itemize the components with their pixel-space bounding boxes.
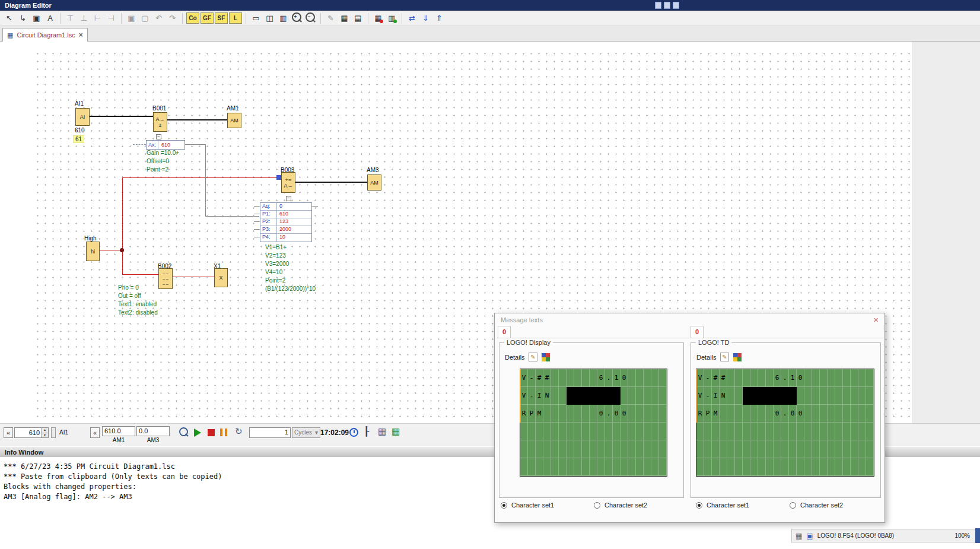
lcd-cell[interactable] [743, 440, 750, 458]
block-x1[interactable]: X [214, 268, 228, 287]
lcd-cell[interactable] [735, 423, 743, 440]
lcd-cell[interactable] [858, 458, 866, 476]
lcd-cell[interactable] [835, 440, 843, 458]
lcd-cell[interactable] [766, 440, 774, 458]
lcd-cell[interactable] [828, 423, 835, 440]
titlebar-icon-2[interactable] [664, 2, 670, 9]
probe-tool-icon[interactable] [178, 427, 190, 439]
lcd-cell[interactable] [582, 423, 590, 440]
lcd-cell[interactable] [582, 405, 590, 423]
lcd-cell[interactable]: P [528, 405, 536, 423]
display-edit-icon[interactable]: ✎ [529, 353, 537, 361]
lcd-cell[interactable] [797, 387, 804, 405]
lcd-cell[interactable] [636, 440, 644, 458]
lcd-cell[interactable] [528, 440, 536, 458]
lcd-cell[interactable] [804, 405, 812, 423]
lcd-cell[interactable] [551, 423, 559, 440]
lcd-cell[interactable] [797, 423, 804, 440]
select-tool-icon[interactable]: ↖ [3, 12, 15, 24]
b003-collapse-icon[interactable]: − [286, 196, 291, 201]
lcd-cell[interactable] [758, 458, 766, 476]
lcd-cell[interactable]: . [605, 405, 613, 423]
lcd-cell[interactable] [590, 369, 597, 387]
lcd-cell[interactable] [574, 369, 582, 387]
lcd-cell[interactable] [659, 423, 667, 440]
lcd-cell[interactable]: V [520, 369, 528, 387]
lcd-cell[interactable] [559, 423, 567, 440]
lcd-cell[interactable] [597, 423, 605, 440]
lcd-cell[interactable] [789, 423, 797, 440]
lcd-cell[interactable] [659, 440, 667, 458]
lcd-cell[interactable]: # [712, 369, 720, 387]
lcd-cell[interactable] [574, 440, 582, 458]
lcd-cell[interactable] [712, 423, 720, 440]
lcd-cell[interactable] [828, 387, 835, 405]
lcd-cell[interactable] [866, 423, 874, 440]
lcd-cell[interactable] [866, 440, 874, 458]
logic-button[interactable]: L [229, 12, 242, 24]
lcd-cell[interactable] [858, 369, 866, 387]
lcd-cell[interactable] [621, 440, 628, 458]
pause-simulation-icon[interactable] [220, 429, 227, 436]
lcd-cell[interactable]: # [543, 369, 551, 387]
block-am1[interactable]: AM [227, 113, 241, 128]
lcd-cell[interactable] [582, 458, 590, 476]
lcd-cell[interactable] [567, 423, 574, 440]
lcd-cell[interactable] [651, 458, 659, 476]
lcd-cell[interactable] [621, 387, 628, 405]
lcd-cell[interactable] [628, 369, 636, 387]
wire-b003-am3[interactable] [295, 182, 367, 183]
lcd-cell[interactable] [797, 458, 804, 476]
window-split3-icon[interactable]: ▥ [277, 12, 289, 24]
window-split2-icon[interactable]: ◫ [263, 12, 276, 24]
lcd-cell[interactable] [727, 458, 735, 476]
cycles-input[interactable]: 1 [249, 427, 291, 438]
radio-character-set2-td[interactable] [790, 502, 796, 509]
lcd-cell[interactable] [828, 440, 835, 458]
lcd-cell[interactable]: . [781, 369, 789, 387]
td-charset1-option[interactable]: Character set1 [696, 502, 749, 509]
lcd-cell[interactable] [843, 369, 851, 387]
lcd-cell[interactable] [727, 423, 735, 440]
lcd-cell[interactable] [696, 458, 704, 476]
lcd-cell[interactable]: M [712, 405, 720, 423]
lcd-cell[interactable] [758, 405, 766, 423]
titlebar-icon-3[interactable] [673, 2, 679, 9]
tab-circuit-diagram1[interactable]: ▦ Circuit Diagram1.lsc × [2, 28, 88, 42]
lcd-cell[interactable] [574, 458, 582, 476]
lcd-cell[interactable] [628, 387, 636, 405]
lcd-cell[interactable]: N [720, 387, 727, 405]
lcd-cell[interactable] [735, 440, 743, 458]
window-single-icon[interactable]: ▭ [250, 12, 262, 24]
lcd-cell[interactable] [843, 405, 851, 423]
charset2-label[interactable]: Character set2 [604, 502, 647, 509]
lcd-cell[interactable] [750, 405, 758, 423]
lcd-cell[interactable]: - [528, 369, 536, 387]
lcd-cell[interactable] [866, 387, 874, 405]
lcd-cell[interactable] [520, 440, 528, 458]
clock-icon[interactable] [349, 428, 358, 437]
ai1-input-value[interactable]: 610 [15, 428, 41, 437]
lcd-cell[interactable] [636, 423, 644, 440]
lcd-cell[interactable] [858, 423, 866, 440]
lcd-cell[interactable] [574, 405, 582, 423]
lcd-cell[interactable] [750, 458, 758, 476]
redo-cycle-icon[interactable]: ↻ [235, 426, 243, 437]
lcd-cell[interactable] [820, 369, 828, 387]
lcd-cell[interactable] [858, 440, 866, 458]
lcd-cell[interactable] [551, 405, 559, 423]
online-test-icon[interactable]: ▥ [386, 12, 398, 24]
lcd-cell[interactable]: 0 [597, 405, 605, 423]
lcd-cell[interactable] [551, 387, 559, 405]
lcd-cell[interactable] [858, 387, 866, 405]
lcd-cell[interactable]: 0 [621, 405, 628, 423]
lcd-cell[interactable] [835, 387, 843, 405]
lcd-cell[interactable] [781, 423, 789, 440]
lcd-cell[interactable] [828, 458, 835, 476]
lcd-cell[interactable] [636, 387, 644, 405]
param-value[interactable]: 610 [277, 211, 311, 218]
lcd-cell[interactable]: . [781, 405, 789, 423]
tab-close-icon[interactable]: × [79, 31, 83, 39]
lcd-cell[interactable] [735, 387, 743, 405]
lcd-cell[interactable] [582, 440, 590, 458]
